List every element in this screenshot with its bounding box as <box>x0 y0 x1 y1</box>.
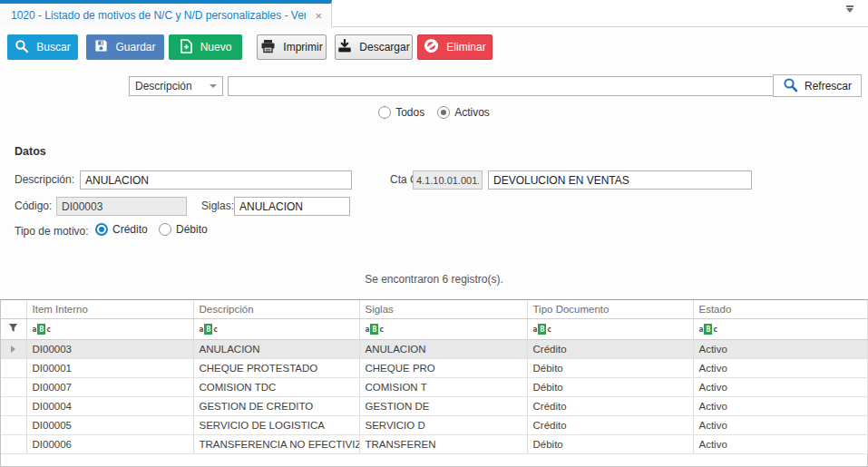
cell-estado[interactable]: Activo <box>693 396 867 415</box>
table-row[interactable]: DI00003 ANULACION ANULACION Crédito Acti… <box>1 339 867 358</box>
save-icon <box>94 39 108 55</box>
cell-descripcion[interactable]: TRANSFERENCIA NO EFECTIVIZADA <box>193 434 359 453</box>
tipo-motivo-label: Tipo de motivo: <box>15 225 89 238</box>
tab-overflow-chevron-down-icon[interactable] <box>846 8 853 13</box>
filter-cell-tipo-documento[interactable]: aBc <box>527 318 693 339</box>
radio-debito[interactable]: Débito <box>159 223 208 236</box>
search-input[interactable] <box>228 76 775 96</box>
cell-tipo-documento[interactable]: Crédito <box>527 396 693 415</box>
radio-todos-label: Todos <box>395 106 424 119</box>
table-row[interactable]: DI00006 TRANSFERENCIA NO EFECTIVIZADA TR… <box>1 434 867 453</box>
cell-siglas[interactable]: COMISION T <box>359 377 527 396</box>
table-row[interactable]: DI00005 SERVICIO DE LOGISTICA SERVICIO D… <box>1 415 867 434</box>
cell-siglas[interactable]: SERVICIO D <box>359 415 527 434</box>
imprimir-button[interactable]: Imprimir <box>257 34 327 60</box>
filter-cell-item-interno[interactable]: aBc <box>26 318 193 339</box>
cell-siglas[interactable]: GESTION DE <box>359 396 527 415</box>
cell-tipo-documento[interactable]: Crédito <box>527 415 693 434</box>
cta-ctb-name-field[interactable] <box>488 170 752 190</box>
siglas-field[interactable] <box>234 197 350 216</box>
cell-estado[interactable]: Activo <box>693 377 867 396</box>
cell-item-interno[interactable]: DI00005 <box>26 415 193 434</box>
radio-credito[interactable]: Crédito <box>95 223 148 236</box>
filter-cell-descripcion[interactable]: aBc <box>193 318 359 339</box>
cell-descripcion[interactable]: COMISION TDC <box>193 377 359 396</box>
cell-tipo-documento[interactable]: Débito <box>527 377 693 396</box>
download-icon <box>337 39 352 56</box>
column-header-item-interno[interactable]: Item Interno <box>26 300 193 318</box>
nuevo-button[interactable]: Nuevo <box>169 34 242 60</box>
radio-credito-circle[interactable] <box>95 223 108 236</box>
radio-debito-label: Débito <box>176 223 208 236</box>
search-field-selector[interactable]: Descripción <box>129 76 223 96</box>
results-grid: Item Interno Descripción Siglas Tipo Doc… <box>0 299 868 467</box>
descargar-label: Descargar <box>359 41 409 54</box>
cell-item-interno[interactable]: DI00001 <box>26 358 193 377</box>
refrescar-label: Refrescar <box>805 80 852 92</box>
cell-tipo-documento[interactable]: Débito <box>527 358 693 377</box>
app-window: 1020 - Listado de motivos de N/C y N/D p… <box>0 0 868 467</box>
guardar-button[interactable]: Guardar <box>86 34 164 60</box>
codigo-label: Código: <box>15 199 52 212</box>
column-header-siglas[interactable]: Siglas <box>359 300 527 318</box>
tab-motivos-nc-nd[interactable]: 1020 - Listado de motivos de N/C y N/D p… <box>0 0 332 27</box>
cell-descripcion[interactable]: ANULACION <box>193 339 359 358</box>
cta-ctb-code-field <box>413 170 483 190</box>
cell-estado[interactable]: Activo <box>693 434 867 453</box>
cell-estado[interactable]: Activo <box>693 339 867 358</box>
grid-corner-cell <box>1 300 26 318</box>
buscar-button[interactable]: Buscar <box>7 34 78 60</box>
search-field-selector-value: Descripción <box>135 80 192 92</box>
table-row[interactable]: DI00001 CHEQUE PROTESTADO CHEQUE PRO Déb… <box>1 358 867 377</box>
nuevo-label: Nuevo <box>200 41 232 54</box>
row-indicator-icon <box>1 339 26 358</box>
radio-activos-circle[interactable] <box>437 106 450 119</box>
radio-debito-circle[interactable] <box>159 223 171 236</box>
radio-activos-label: Activos <box>454 106 490 119</box>
grid-filter-row: aBc aBc aBc aBc aBc <box>1 318 867 339</box>
eliminar-label: Eliminar <box>446 41 485 54</box>
no-entry-icon <box>424 38 439 56</box>
grid-header-row: Item Interno Descripción Siglas Tipo Doc… <box>1 300 867 318</box>
cell-descripcion[interactable]: GESTION DE CREDITO <box>193 396 359 415</box>
cell-item-interno[interactable]: DI00004 <box>26 396 193 415</box>
cell-siglas[interactable]: ANULACION <box>359 339 527 358</box>
column-header-estado[interactable]: Estado <box>693 300 867 318</box>
codigo-field <box>56 197 187 216</box>
cell-tipo-documento[interactable]: Débito <box>527 434 693 453</box>
cell-item-interno[interactable]: DI00003 <box>26 339 193 358</box>
search-icon <box>15 39 29 56</box>
filter-funnel-icon <box>1 318 26 339</box>
cell-estado[interactable]: Activo <box>693 358 867 377</box>
filter-cell-siglas[interactable]: aBc <box>359 318 527 339</box>
imprimir-label: Imprimir <box>283 41 322 54</box>
cell-estado[interactable]: Activo <box>693 415 867 434</box>
descargar-button[interactable]: Descargar <box>335 34 413 60</box>
cell-descripcion[interactable]: SERVICIO DE LOGISTICA <box>193 415 359 434</box>
radio-credito-label: Crédito <box>112 223 148 236</box>
eliminar-button[interactable]: Eliminar <box>417 34 493 60</box>
cell-descripcion[interactable]: CHEQUE PROTESTADO <box>193 358 359 377</box>
table-row[interactable]: DI00004 GESTION DE CREDITO GESTION DE Cr… <box>1 396 867 415</box>
table-row[interactable]: DI00007 COMISION TDC COMISION T Débito A… <box>1 377 867 396</box>
search-icon-blue <box>783 77 798 95</box>
radio-todos[interactable]: Todos <box>378 106 424 119</box>
refrescar-button[interactable]: Refrescar <box>773 74 862 97</box>
cell-tipo-documento[interactable]: Crédito <box>527 339 693 358</box>
cell-item-interno[interactable]: DI00007 <box>26 377 193 396</box>
descripcion-field[interactable] <box>80 170 352 190</box>
new-document-icon <box>180 39 193 56</box>
cell-siglas[interactable]: TRANSFEREN <box>359 434 527 453</box>
column-header-tipo-documento[interactable]: Tipo Documento <box>527 300 693 318</box>
siglas-label: Siglas: <box>201 199 234 212</box>
cell-item-interno[interactable]: DI00006 <box>26 434 193 453</box>
scope-filter: Todos Activos <box>0 106 868 119</box>
close-icon[interactable]: × <box>315 10 322 22</box>
tab-strip: 1020 - Listado de motivos de N/C y N/D p… <box>0 0 868 27</box>
radio-todos-circle[interactable] <box>378 106 391 119</box>
buscar-label: Buscar <box>36 41 70 54</box>
cell-siglas[interactable]: CHEQUE PRO <box>359 358 527 377</box>
radio-activos[interactable]: Activos <box>437 106 490 119</box>
filter-cell-estado[interactable]: aBc <box>693 318 867 339</box>
column-header-descripcion[interactable]: Descripción <box>193 300 359 318</box>
